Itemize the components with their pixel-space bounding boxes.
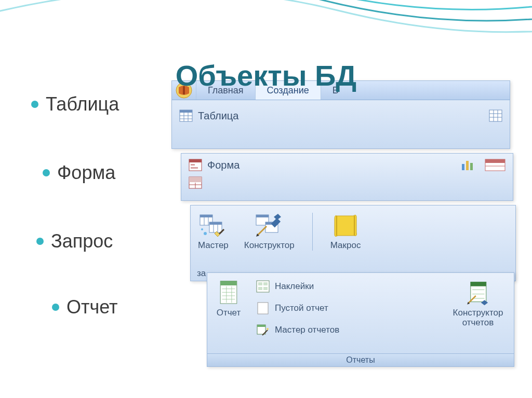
bullet-label: Форма [57, 162, 115, 184]
bullet-dot [43, 169, 50, 176]
bullet-table: Таблица [31, 93, 208, 115]
bullet-report: Отчет [52, 296, 208, 318]
svg-rect-38 [256, 215, 269, 217]
macro-button[interactable]: Макрос [330, 213, 361, 251]
bullet-form: Форма [43, 162, 208, 184]
svg-rect-17 [462, 164, 464, 170]
macro-icon [331, 213, 360, 239]
pivotchart-icon [461, 159, 474, 171]
form-header-icon [485, 159, 506, 171]
ribbon-capture-reports: Отчет Наклейки Пустой отчет [207, 272, 514, 367]
bullet-list: Таблица Форма Запрос Отчет [31, 93, 208, 360]
svg-rect-54 [263, 287, 268, 290]
bullet-dot [31, 101, 38, 108]
svg-rect-43 [220, 281, 237, 285]
labels-button[interactable]: Наклейки [256, 280, 339, 293]
report-wizard-icon [256, 324, 270, 336]
svg-rect-57 [257, 325, 265, 327]
ribbon-group-reports-label: Отчеты [207, 353, 514, 366]
svg-rect-51 [258, 282, 262, 285]
svg-rect-52 [263, 282, 268, 285]
svg-rect-53 [258, 287, 262, 290]
form-button-label[interactable]: Форма [207, 159, 240, 171]
blank-report-button[interactable]: Пустой отчет [256, 302, 339, 314]
query-designer-icon [255, 213, 283, 239]
blank-report-icon [256, 302, 270, 314]
report-wizard-button[interactable]: Мастер отчетов [256, 324, 339, 336]
report-designer-icon [464, 280, 492, 306]
svg-rect-32 [209, 222, 222, 225]
report-button[interactable]: Отчет [215, 280, 243, 318]
labels-icon [256, 280, 270, 293]
slide-title: Объекты БД [0, 59, 532, 92]
svg-rect-19 [470, 163, 473, 170]
ribbon-capture-query: Мастер Конструктор [190, 205, 516, 281]
bullet-label: Таблица [46, 93, 119, 115]
table-grid-icon [489, 109, 502, 122]
report-designer-button[interactable]: Конструктор отчетов [449, 280, 507, 327]
query-designer-button[interactable]: Конструктор [244, 213, 295, 251]
svg-point-58 [267, 328, 269, 330]
bullet-dot [52, 304, 59, 311]
ribbon-capture-form: Форма [181, 153, 513, 201]
svg-rect-21 [485, 159, 505, 163]
bullet-label: Запрос [51, 230, 113, 252]
svg-rect-60 [471, 282, 486, 286]
bullet-dot [36, 238, 44, 245]
bullet-label: Отчет [66, 296, 118, 318]
svg-rect-55 [258, 303, 268, 314]
bullet-query: Запрос [36, 230, 208, 252]
svg-rect-8 [489, 110, 502, 121]
report-icon [215, 280, 243, 306]
svg-rect-18 [466, 161, 469, 170]
